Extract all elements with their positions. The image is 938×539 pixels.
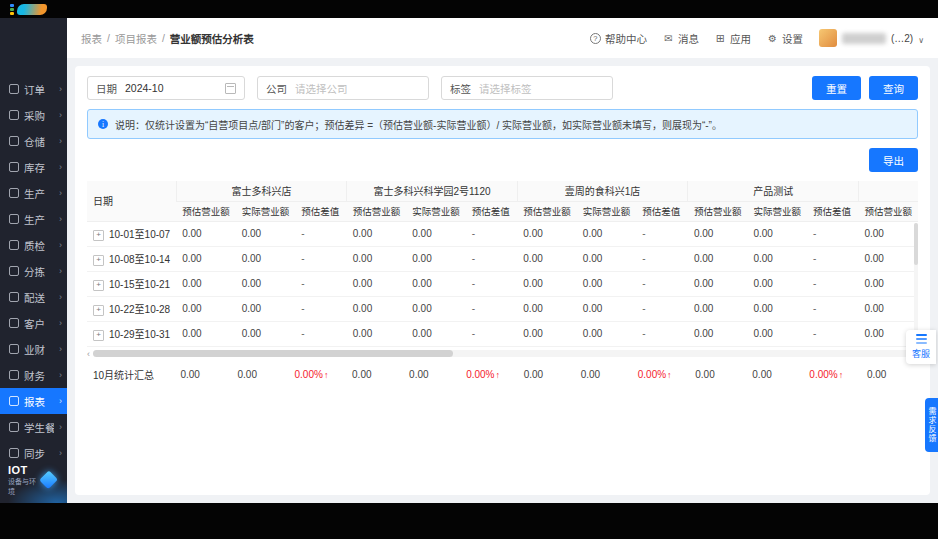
expand-icon[interactable]: [93, 305, 104, 316]
sidebar-item-production-2[interactable]: 生产: [0, 206, 67, 232]
sidebar-item-orders[interactable]: 订单: [0, 76, 67, 102]
value-cell: -: [466, 246, 518, 271]
sidebar-item-label: 采购: [24, 108, 54, 123]
date-filter-label: 日期: [96, 81, 117, 96]
chevron-right-icon: [59, 266, 62, 276]
header-action-help[interactable]: 帮助中心: [590, 31, 647, 46]
value-cell: 0.00: [236, 221, 296, 246]
sidebar-menu: 订单采购仓储库存生产生产质检分拣配送客户业财财务报表学生餐同步: [0, 76, 67, 466]
sidebar-item-label: 库存: [24, 160, 54, 175]
export-button[interactable]: 导出: [869, 148, 918, 172]
row-date-cell: 10-08至10-14: [87, 246, 176, 271]
column-subheader: 实际营业额: [406, 201, 466, 221]
expand-icon[interactable]: [93, 330, 104, 341]
value-cell: -: [295, 221, 347, 246]
chevron-right-icon: [59, 370, 62, 380]
sidebar-item-inventory[interactable]: 库存: [0, 154, 67, 180]
sidebar-item-delivery[interactable]: 配送: [0, 284, 67, 310]
company-filter-label: 公司: [266, 81, 287, 96]
value-cell: 0.00: [577, 271, 637, 296]
content-area: 日期 2024-10 公司 请选择公司 标签 请选择标签: [67, 58, 938, 503]
sidebar-item-qc[interactable]: 质检: [0, 232, 67, 258]
tag-filter-label: 标签: [450, 81, 471, 96]
summary-value-cell: 0.00: [689, 361, 746, 388]
expand-icon[interactable]: [93, 230, 104, 241]
logo-squares-icon: [10, 4, 14, 15]
value-cell: -: [807, 246, 859, 271]
value-cell: -: [636, 246, 688, 271]
sidebar-item-label: 生产: [24, 212, 54, 227]
column-group-header-partial: [858, 181, 918, 201]
value-cell: 0.00: [406, 271, 466, 296]
row-date-cell: 10-01至10-07: [87, 221, 176, 246]
value-cell: 0.00: [347, 271, 407, 296]
vertical-scrollbar-thumb[interactable]: [914, 223, 918, 265]
customer-service-button[interactable]: 客服: [906, 330, 936, 364]
logo-mark-icon: [17, 4, 47, 15]
production2-icon: [9, 214, 19, 224]
tag-filter[interactable]: 标签 请选择标签: [441, 76, 613, 100]
chevron-right-icon: [59, 214, 62, 224]
bottom-black-bar: [0, 503, 938, 539]
column-subheader: 预估差值: [807, 201, 859, 221]
student-meal-icon: [9, 422, 19, 432]
sidebar-item-biz-finance[interactable]: 业财: [0, 336, 67, 362]
header-action-settings[interactable]: 设置: [767, 31, 803, 46]
feedback-tab[interactable]: 需求反馈: [925, 398, 938, 452]
expand-icon[interactable]: [93, 280, 104, 291]
summary-value-cell: 0.00: [518, 361, 575, 388]
breadcrumb-item[interactable]: 项目报表: [115, 31, 157, 46]
chevron-right-icon: [59, 240, 62, 250]
table-row: 10-01至10-070.000.00-0.000.00-0.000.00-0.…: [87, 221, 918, 246]
sidebar-item-storage[interactable]: 仓储: [0, 128, 67, 154]
value-cell: 0.00: [236, 246, 296, 271]
app-header: 报表 / 项目报表 / 营业额预估分析表 帮助中心消息应用设置 (…2): [67, 18, 938, 58]
sidebar-item-sorting[interactable]: 分拣: [0, 258, 67, 284]
sidebar-item-finance[interactable]: 财务: [0, 362, 67, 388]
help-icon: [590, 33, 601, 44]
value-cell: 0.00: [688, 246, 748, 271]
top-black-bar: [0, 0, 938, 18]
reset-button[interactable]: 重置: [812, 76, 861, 100]
chevron-right-icon: [59, 188, 62, 198]
scrollbar-track[interactable]: [93, 350, 912, 357]
table-row: 10-15至10-210.000.00-0.000.00-0.000.00-0.…: [87, 271, 918, 296]
sidebar-item-student-meal[interactable]: 学生餐: [0, 414, 67, 440]
value-cell: 0.00: [747, 271, 807, 296]
value-cell: 0.00: [176, 296, 236, 321]
info-alert: 说明：仅统计设置为“自营项目点/部门”的客户；预估差异 =（预估营业额-实际营业…: [87, 109, 918, 139]
user-menu[interactable]: (…2): [819, 29, 924, 47]
scroll-left-icon[interactable]: [87, 349, 90, 359]
sidebar-item-production[interactable]: 生产: [0, 180, 67, 206]
header-action-apps[interactable]: 应用: [715, 31, 751, 46]
column-subheader: 预估差值: [295, 201, 347, 221]
header-action-label: 帮助中心: [605, 31, 647, 46]
value-cell: -: [636, 321, 688, 346]
iot-footer[interactable]: IOT 设备与环境: [0, 461, 67, 503]
app-logo: [10, 4, 47, 15]
table-viewport: 日期富士多科兴店富士多科兴科学园2号1120壹周的食科兴1店产品测试预估营业额实…: [87, 181, 918, 347]
sidebar-item-label: 业财: [24, 342, 54, 357]
date-filter[interactable]: 日期 2024-10: [87, 76, 245, 100]
breadcrumb-item[interactable]: 报表: [81, 31, 102, 46]
company-filter[interactable]: 公司 请选择公司: [257, 76, 429, 100]
header-action-messages[interactable]: 消息: [663, 31, 699, 46]
sidebar-item-label: 分拣: [24, 264, 54, 279]
horizontal-scrollbar[interactable]: [87, 349, 918, 359]
row-date-label: 10-15至10-21: [109, 279, 170, 290]
expand-icon[interactable]: [93, 255, 104, 266]
column-subheader: 预估营业额: [347, 201, 407, 221]
search-button[interactable]: 查询: [869, 76, 918, 100]
sidebar-item-customers[interactable]: 客户: [0, 310, 67, 336]
column-subheader: 实际营业额: [577, 201, 637, 221]
value-cell: -: [636, 271, 688, 296]
value-cell: -: [466, 221, 518, 246]
service-layers-icon: [916, 334, 927, 344]
sidebar-item-reports[interactable]: 报表: [0, 388, 67, 414]
column-subheader: 预估差值: [466, 201, 518, 221]
scrollbar-thumb[interactable]: [93, 350, 453, 357]
summary-viewport: 10月统计汇总0.000.000.00%0.000.000.00%0.000.0…: [87, 361, 918, 388]
sorting-icon: [9, 266, 19, 276]
production-icon: [9, 188, 19, 198]
sidebar-item-purchase[interactable]: 采购: [0, 102, 67, 128]
